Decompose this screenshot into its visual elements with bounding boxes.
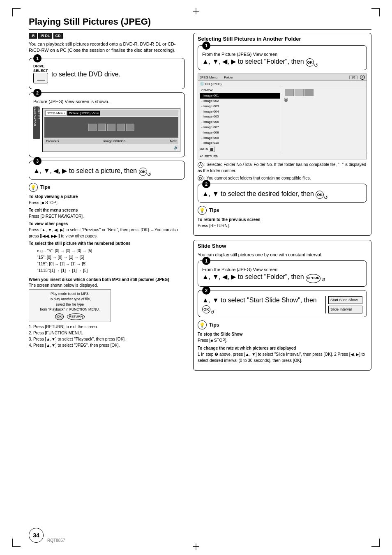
numbered-code: e.g... "5": [0] → [0] → [0] → [5] "15": … — [37, 248, 185, 274]
tips-content-s2: To stop the Slide Show Press [■ STOP]. T… — [198, 331, 367, 364]
folder-num-badge: 1/1 — [349, 76, 357, 79]
tips-label-left: Tips — [40, 184, 50, 190]
b-badge-row: B — [284, 98, 365, 102]
mp3-instr-4: 4. Press [▲,▼] to select "JPEG", then pr… — [29, 342, 185, 348]
section1-box: Selecting Still Pictures in Another Fold… — [193, 33, 371, 236]
section1-step1-num: 1 — [202, 41, 210, 50]
code-row-2: "15": [0] → [0] → [1] → [5] — [37, 254, 185, 261]
step3-box: 3 ▲, ▼, ◀, ▶ to select a picture, then O… — [29, 161, 185, 180]
thumb3 — [107, 124, 115, 131]
tips-label-s2: Tips — [209, 322, 219, 328]
step2-num: 2 — [33, 89, 42, 97]
note-a: A: Selected Folder No./Total Folder No. … — [198, 162, 367, 173]
mp3-small-screen: Play mode is set to MP3. To play another… — [29, 289, 111, 322]
swirl-icon: ↺ — [147, 172, 151, 177]
mp3-instr-3: 3. Press [▲,▼] to select "Playback", the… — [29, 336, 185, 342]
badge-rdl: -R DL — [38, 33, 52, 39]
intro-text: You can playback still pictures recorded… — [29, 41, 185, 54]
nav-prev: Previous — [46, 139, 59, 143]
section1-step1-text: ▲, ▼, ◀, ▶ to select "Folder", then OK↺ — [202, 58, 362, 67]
option-btn: OPTION — [306, 274, 321, 283]
folder-img006: - Image 006 — [200, 120, 280, 125]
tip-title-stop: To stop viewing a picture — [29, 194, 78, 199]
mp3-screen-line3: select the file type — [32, 302, 108, 307]
thumb2 — [98, 124, 106, 131]
thumb1 — [88, 124, 97, 131]
mp3-instructions: 1. Press [RETURN] to exit the screen. 2.… — [29, 324, 185, 348]
tip-text-exit: Press [DIRECT NAVIGATOR]. — [29, 214, 84, 219]
tips-icon-left: 💡 — [29, 183, 38, 192]
mp3-instr-1: 1. Press [RETURN] to exit the screen. — [29, 324, 185, 330]
section2-step2-box: 2 ▲, ▼ to select "Start Slide Show", the… — [198, 290, 367, 318]
swirl-s2s2: ↺ — [210, 310, 214, 315]
btn-ok: OK — [55, 313, 64, 320]
img-thumb-2 — [295, 89, 304, 96]
step1-box: 1 DRIVESELECT to select the DVD drive. — [29, 58, 185, 89]
step3-num: 3 — [33, 157, 42, 165]
jpeg-folder-label: Folder — [224, 76, 233, 79]
jpeg-mockup: JPEG Menu Folder 1/1 A 💿 CD (JPEG) CD-RW… — [198, 74, 367, 159]
folder-img003: - Image 003 — [200, 104, 280, 109]
tip-title-changerate: To change the rate at which pictures are… — [198, 346, 296, 350]
tip-text-stopshow: Press [■ STOP]. — [198, 338, 228, 343]
step1-num: 1 — [33, 54, 42, 62]
mp3-screen-line1: Play mode is set to MP3. — [32, 291, 108, 297]
tips-icon-s2: 💡 — [198, 320, 207, 329]
tips-section2: 💡 Tips To stop the Slide Show Press [■ S… — [198, 320, 367, 364]
folder-img010: - Image 010 — [200, 140, 280, 146]
mp3-warning-subtitle: The screen shown below is displayed. — [29, 283, 185, 288]
circle-b: B — [198, 175, 203, 181]
thumb5 — [126, 124, 134, 131]
mp3-warning-title: When you insert discs which contain both… — [29, 277, 185, 282]
tip-title-numbered: To select the still picture with the num… — [29, 241, 131, 246]
tip-text-pages: Press [▲, ▼, ◀, ▶] to select "Previous" … — [29, 228, 178, 238]
mp3-screen-line2: To play another type of file, — [32, 297, 108, 302]
folder-img009: - Image 009 — [200, 136, 280, 141]
return-icon: ↩ — [200, 154, 203, 158]
ok-icon-s1s1: OK — [306, 58, 314, 67]
mp3-screen-line4: from "Playback" in FUNCTION MENU. — [32, 307, 108, 312]
disc-badges: -R -R DL CD — [29, 33, 185, 39]
folder-img008: - Image 008 — [200, 130, 280, 136]
menu-item-jpeg: JPEG Menu — [45, 111, 66, 116]
tip-text-stop: Press [■ STOP]. — [29, 200, 59, 205]
section1-step2-num: 2 — [202, 180, 210, 188]
mp3-warning-box: When you insert discs which contain both… — [29, 277, 185, 348]
circle-a: A — [198, 162, 203, 168]
tip-text-changerate: 1 In step ❷ above, press [▲, ▼] to selec… — [198, 352, 365, 363]
step2-box: 2 Picture (JPEG) View screen is shown. D… — [29, 92, 185, 157]
screen-mockup: JPEG Menu Picture (JPEG) View — [42, 108, 180, 152]
menu-item-picture: Picture (JPEG) View — [67, 111, 100, 116]
tip-title-exit: To exit the menu screens — [29, 208, 78, 212]
nav-mid: Image 000/000 — [104, 139, 125, 143]
nav-next: Next — [170, 139, 177, 143]
mp3-instr-2: 2. Press [FUNCTION MENU]. — [29, 330, 185, 336]
section1-step2-box: 2 ▲, ▼ to select the desired folder, the… — [198, 184, 367, 203]
section2-box: Slide Show You can display still picture… — [193, 240, 371, 371]
tips-content-left: To stop viewing a picture Press [■ STOP]… — [29, 193, 185, 274]
page-title: Playing Still Pictures (JPEG) — [29, 16, 371, 30]
folder-img004: - Image 004 — [200, 109, 280, 115]
section2-title: Slide Show — [198, 243, 367, 249]
folder-img007: - Image 007 — [200, 125, 280, 130]
side-btn-start: Start Slide Show — [328, 296, 362, 304]
note-b: B: You cannot select folders that contai… — [198, 175, 367, 181]
thumb4 — [117, 124, 125, 131]
step3-text: ▲, ▼, ◀, ▶ to select a picture, then OK↺ — [33, 167, 151, 174]
return-label: RETURN — [205, 154, 218, 158]
drive-select-label: DRIVESELECT — [33, 64, 48, 73]
section1-title: Selecting Still Pictures in Another Fold… — [198, 36, 367, 42]
section2-step2-text: ▲, ▼ to select "Start Slide Show", then … — [202, 296, 325, 314]
tips-section1: 💡 Tips To return to the previous screen … — [198, 206, 367, 229]
laser-icon: 🔊 — [44, 145, 178, 150]
folder-img005: - Image 005 — [200, 114, 280, 120]
page-number: 34 — [29, 528, 44, 543]
section2-step1-box: 1 From the Picture (JPEG) View screen ▲,… — [198, 260, 367, 287]
left-column: -R -R DL CD You can playback still pictu… — [29, 33, 185, 375]
tips-content-s1: To return to the previous screen Press [… — [198, 216, 367, 229]
section2-step1-intro: From the Picture (JPEG) View screen — [202, 267, 362, 273]
ok-icon-s2s2: OK — [202, 305, 210, 313]
folder-cdrw: CD-RW — [200, 88, 280, 93]
section1-step2-text: ▲, ▼ to select the desired folder, then … — [202, 190, 362, 199]
tips-icon-s1: 💡 — [198, 206, 207, 215]
